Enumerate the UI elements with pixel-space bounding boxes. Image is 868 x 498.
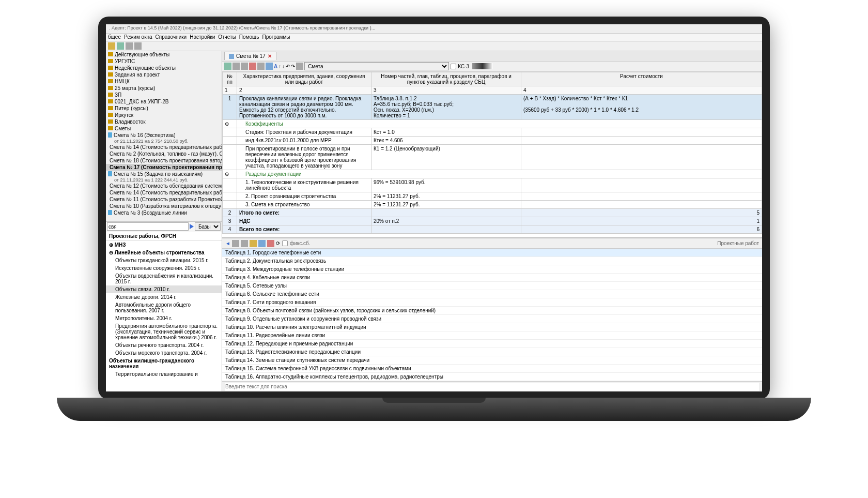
reference-item[interactable]: Таблица 2. Документальная электросвязь — [222, 257, 762, 265]
paste-icon[interactable] — [266, 63, 273, 70]
undo-icon[interactable]: ↶ — [286, 64, 290, 69]
reference-item[interactable]: Таблица 7. Сети проводного вещания — [222, 298, 762, 307]
print-icon[interactable] — [233, 63, 240, 70]
grid-row[interactable]: При проектировании в полосе отвода и при… — [223, 144, 762, 170]
search-go-icon[interactable] — [190, 224, 194, 229]
grid-total-row[interactable]: 3НДС20% от п.21 — [223, 217, 762, 225]
redo-icon[interactable]: ↷ — [291, 64, 295, 69]
tree-folder[interactable]: НМЦК — [106, 78, 222, 85]
catalog-item[interactable]: Искусственные сооружения. 2015 г. — [106, 264, 222, 272]
reference-item[interactable]: Таблица 16. Аппаратно-студийные комплекс… — [222, 373, 762, 381]
tree-folder[interactable]: Питер (курсы) — [106, 105, 222, 112]
tree-folder[interactable]: Владивосток — [106, 118, 222, 125]
tree-document[interactable]: Смета № 17 (Стоимость проектирования про… — [106, 164, 222, 171]
tree-document[interactable]: Смета № 2 (Котельная, топливо - газ (маз… — [106, 150, 222, 157]
search-icon[interactable] — [296, 63, 303, 70]
flag-icon[interactable] — [267, 240, 274, 247]
close-icon[interactable]: ✕ — [268, 53, 272, 59]
tree-folder[interactable]: Действующие объекты — [106, 51, 222, 58]
tree-folder[interactable]: Иркутск — [106, 112, 222, 118]
tool-icon[interactable] — [232, 240, 239, 247]
catalog-item[interactable]: Метрополитены. 2004 г. — [106, 314, 222, 322]
tree-document[interactable]: Смета № 12 (Стоимость обследования систе… — [106, 183, 222, 189]
reference-list[interactable]: Таблица 1. Городские телефонные сетиТабл… — [222, 249, 762, 381]
folder-icon[interactable] — [108, 42, 115, 50]
grid-row[interactable]: 1. Технологические и конструктивные реше… — [223, 178, 762, 192]
reference-item[interactable]: Таблица 10. Расчеты влияния электромагни… — [222, 323, 762, 331]
tree-document[interactable]: Смета № 14 (Стоимость предварительных ра… — [106, 189, 222, 196]
reference-item[interactable]: Таблица 1. Городские телефонные сети — [222, 249, 762, 257]
menu-item[interactable]: Программы — [262, 34, 290, 41]
tree-document[interactable]: Смета № 18 (Стоимость проектирования авт… — [106, 157, 222, 164]
menu-item[interactable]: Режим окна — [124, 34, 152, 41]
folder-icon[interactable] — [250, 240, 257, 247]
catalog-mnz[interactable]: ⊕ МНЗ — [106, 241, 222, 249]
refresh-icon[interactable]: ⟳ — [276, 240, 280, 246]
tree-folder[interactable]: ЗП — [106, 92, 222, 98]
tree-document[interactable]: Смета № 11 (Стоимость разработки Проектн… — [106, 196, 222, 203]
reference-item[interactable]: Таблица 12. Передающие и приемные радиос… — [222, 340, 762, 348]
catalog-item[interactable]: Автомобильные дороги общего пользования.… — [106, 301, 222, 314]
copy-icon[interactable] — [126, 42, 133, 50]
grid-row[interactable]: 3. Смета на строительство2% = 11231.27 р… — [223, 200, 762, 208]
book-icon[interactable] — [258, 240, 266, 247]
tree-document[interactable]: Смета № 3 (Воздушные линии — [106, 209, 222, 216]
estimate-grid[interactable]: № пп Характеристика предприятия, здания,… — [222, 72, 762, 238]
menu-item[interactable]: Справочники — [156, 34, 187, 41]
reference-item[interactable]: Таблица 3. Междугородные телефонные стан… — [222, 265, 762, 274]
grid-total-row[interactable]: 4Всего по смете:6 — [223, 225, 762, 233]
arrow-down-icon[interactable]: ↓ — [282, 64, 285, 69]
tree-folder[interactable]: Недействующие объекты — [106, 65, 222, 71]
menu-item[interactable]: Помощь — [239, 34, 259, 41]
print-icon[interactable] — [241, 240, 248, 247]
tree-folder[interactable]: 0021_ДКС на УКПГ-2В — [106, 98, 222, 105]
menu-item[interactable]: бщее — [108, 34, 121, 41]
arrow-up-icon[interactable]: ↑ — [278, 64, 281, 69]
search-input[interactable] — [107, 222, 189, 231]
reference-item[interactable]: Таблица 14. Земные станции спутниковых с… — [222, 356, 762, 365]
catalog-item[interactable]: Объекты связи. 2010 г. — [106, 285, 222, 293]
catalog-item[interactable]: Объекты речного транспорта. 2004 г. — [106, 341, 222, 349]
reference-item[interactable]: Таблица 4. Кабельные линии связи — [222, 274, 762, 282]
reference-item[interactable]: Таблица 13. Радиотелевизионные передающи… — [222, 348, 762, 356]
tab-smeta-17[interactable]: Смета № 17 ✕ — [224, 52, 276, 60]
arrow-left-icon[interactable]: ◄ — [225, 240, 230, 246]
catalog-tree[interactable]: Проектные работы, ФРСН ⊕ МНЗ ⊖ Линейные … — [106, 232, 222, 391]
project-tree[interactable]: Действующие объектыУРГУПСНедействующие о… — [106, 51, 222, 221]
catalog-item[interactable]: Объекты гражданской авиации. 2015 г. — [106, 256, 222, 264]
catalog-item[interactable]: Объекты морского транспорта. 2004 г. — [106, 349, 222, 357]
catalog-item[interactable]: Территориальное планирование и — [106, 370, 222, 378]
reference-item[interactable]: Таблица 15. Система телефонной УКВ радио… — [222, 365, 762, 373]
reference-item[interactable]: Таблица 9. Отдельные установки и сооруже… — [222, 315, 762, 323]
reference-item[interactable]: Таблица 6. Сельские телефонные сети — [222, 290, 762, 298]
copy-icon[interactable] — [241, 63, 248, 70]
new-doc-icon[interactable] — [117, 42, 124, 50]
delete-icon[interactable] — [134, 42, 142, 50]
fix-checkbox[interactable] — [282, 240, 288, 246]
grid-row[interactable]: инд.4кв.2021г.к 01.01.2000 для МРРКтек =… — [223, 136, 762, 144]
grid-row[interactable]: Стадия: Проектная и рабочая документация… — [223, 128, 762, 136]
grid-row[interactable]: 2. Проект организации строительства2% = … — [223, 192, 762, 200]
menu-item[interactable]: Настройки — [190, 34, 215, 41]
catalog-item[interactable]: Объекты водоснабжения и канализации. 201… — [106, 272, 222, 285]
catalog-linear-header[interactable]: ⊖ Линейные объекты строительства — [106, 249, 222, 256]
tree-folder[interactable]: Сметы — [106, 125, 222, 132]
tree-folder[interactable]: Задания на проект — [106, 71, 222, 78]
ks3-checkbox[interactable] — [451, 63, 456, 69]
menu-item[interactable]: Отчеты — [218, 34, 236, 41]
save-icon[interactable] — [224, 63, 231, 70]
tree-document[interactable]: Смета № 15 (Задача по изысканиям) — [106, 171, 222, 177]
grid-row-1[interactable]: 1 Прокладка канализации связи и радио. П… — [223, 94, 762, 119]
reference-search-input[interactable] — [225, 383, 759, 391]
delete-icon[interactable] — [249, 63, 256, 70]
tree-document[interactable]: Смета № 14 (Стоимость предварительных ра… — [106, 144, 222, 150]
tree-document[interactable]: Смета № 10 (Разработка материалов к отво… — [106, 203, 222, 209]
tree-folder[interactable]: 25 марта (курсы) — [106, 85, 222, 92]
search-scope-select[interactable]: Базы — [195, 222, 221, 231]
reference-item[interactable]: Таблица 5. Сетевые узлы — [222, 282, 762, 290]
a-tool-icon[interactable]: А — [274, 64, 277, 69]
tree-document[interactable]: Смета № 16 (Экспертиза) — [106, 132, 222, 139]
view-combo[interactable]: Смета — [304, 62, 449, 70]
catalog-item[interactable]: Железные дороги. 2014 г. — [106, 293, 222, 301]
tree-folder[interactable]: УРГУПС — [106, 58, 222, 65]
